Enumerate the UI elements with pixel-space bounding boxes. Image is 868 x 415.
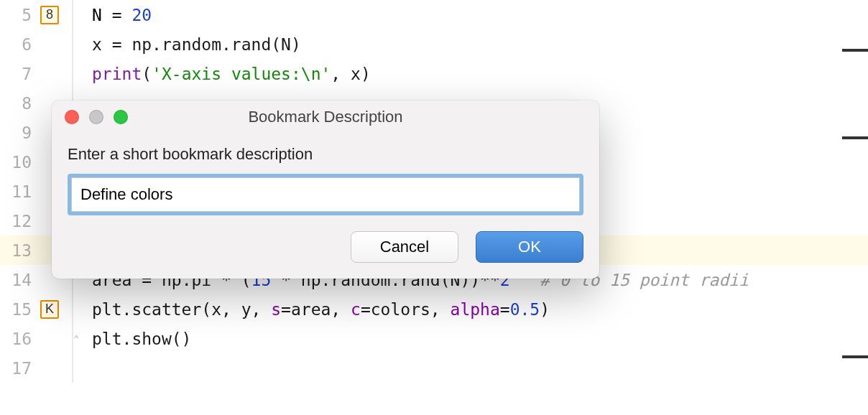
line-number: 7 xyxy=(0,65,32,83)
line-number: 14 xyxy=(0,271,32,289)
gutter: 17 xyxy=(0,359,72,378)
ok-button[interactable]: OK xyxy=(476,231,583,263)
overview-ruler[interactable] xyxy=(842,0,868,415)
overview-mark[interactable] xyxy=(842,136,868,139)
code-line: 7 print('X-axis values:\n', x) xyxy=(0,59,868,88)
line-number: 11 xyxy=(0,182,32,201)
code-line: 15 K plt.scatter(x, y, s=area, c=colors,… xyxy=(0,294,868,324)
gutter: 6 xyxy=(0,35,72,54)
line-number: 10 xyxy=(0,153,32,172)
line-number: 17 xyxy=(0,359,32,378)
line-number: 16 xyxy=(0,330,32,348)
code-text[interactable]: N = 20 xyxy=(73,6,152,24)
gutter-divider xyxy=(72,353,73,383)
code-line: 17 xyxy=(0,353,868,383)
dialog-label: Enter a short bookmark description xyxy=(68,145,583,164)
line-number: 15 xyxy=(0,300,32,319)
code-text[interactable]: plt.scatter(x, y, s=area, c=colors, alph… xyxy=(73,300,550,319)
bookmark-description-input[interactable] xyxy=(71,177,580,212)
line-number: 5 xyxy=(0,6,32,24)
code-text[interactable]: print('X-axis values:\n', x) xyxy=(73,65,371,83)
dialog-body: Enter a short bookmark description Cance… xyxy=(52,134,599,279)
line-number: 13 xyxy=(0,241,32,260)
dialog-titlebar: Bookmark Description xyxy=(52,101,599,134)
overview-mark[interactable] xyxy=(842,355,868,358)
gutter: 15 K xyxy=(0,300,72,319)
dialog-input-focus-ring xyxy=(68,174,583,215)
code-text[interactable]: x = np.random.rand(N) xyxy=(73,35,301,54)
bookmark-description-dialog: Bookmark Description Enter a short bookm… xyxy=(52,101,599,279)
bookmark-badge[interactable]: 8 xyxy=(40,6,59,24)
line-number: 9 xyxy=(0,123,32,142)
bookmark-badge[interactable]: K xyxy=(40,300,59,319)
overview-mark[interactable] xyxy=(842,49,868,52)
cancel-button[interactable]: Cancel xyxy=(351,231,458,263)
gutter: 7 xyxy=(0,65,72,83)
code-text[interactable]: plt.show() xyxy=(73,330,191,348)
gutter: 5 8 xyxy=(0,6,72,24)
dialog-actions: Cancel OK xyxy=(68,231,583,263)
line-number: 8 xyxy=(0,94,32,113)
code-line: 6 x = np.random.rand(N) xyxy=(0,29,868,59)
line-number: 6 xyxy=(0,35,32,54)
fold-end-icon[interactable]: ⌃ xyxy=(73,333,83,343)
line-number: 12 xyxy=(0,212,32,230)
dialog-title: Bookmark Description xyxy=(52,108,599,126)
code-line: 5 8 N = 20 xyxy=(0,0,868,29)
gutter: 16 xyxy=(0,330,72,348)
code-line: 16 ⌃ plt.show() xyxy=(0,324,868,353)
